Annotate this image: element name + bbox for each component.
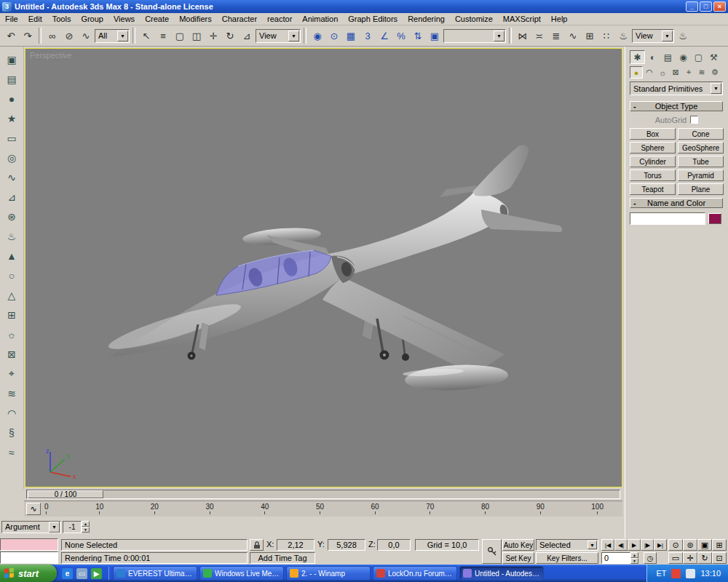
quick-render-icon[interactable]: ♨ <box>675 28 691 44</box>
task-everest[interactable]: EVEREST Ultimate Edi... <box>113 566 197 581</box>
object-type-button[interactable]: Plane <box>678 183 724 195</box>
spin-down-icon[interactable]: ▼ <box>630 558 638 564</box>
chevron-down-icon[interactable]: ▼ <box>494 31 505 41</box>
light-icon[interactable]: ☼ <box>2 324 21 344</box>
autogrid-checkbox[interactable] <box>690 116 698 124</box>
twist-modifier-icon[interactable]: § <box>2 423 21 442</box>
object-type-button[interactable]: Pyramid <box>678 170 724 181</box>
tab-modify-icon[interactable]: ◐ <box>645 50 660 64</box>
go-to-start-button[interactable]: |◀ <box>601 539 614 551</box>
reference-coordinate-dropdown[interactable]: View▼ <box>256 29 301 43</box>
edit-named-sets-icon[interactable]: ▣ <box>427 28 443 44</box>
object-color-swatch[interactable] <box>708 213 721 224</box>
noise-modifier-icon[interactable]: ≈ <box>2 442 21 462</box>
subtab-space-warps-icon[interactable]: ≋ <box>695 66 708 79</box>
play-button[interactable]: ▶ <box>628 539 641 551</box>
time-slider-handle[interactable]: 0 / 100 <box>28 490 103 498</box>
menu-item[interactable]: Graph Editors <box>343 14 403 24</box>
previous-frame-button[interactable]: ◀| <box>614 539 628 551</box>
menu-item[interactable]: Character <box>217 14 262 24</box>
object-type-button[interactable]: Tube <box>678 156 724 167</box>
auto-key-button[interactable]: Auto Key <box>502 539 534 551</box>
camera-icon[interactable]: ⊠ <box>2 344 21 364</box>
bend-modifier-icon[interactable]: ◠ <box>2 403 21 423</box>
go-to-end-button[interactable]: ▶| <box>654 539 667 551</box>
torus-primitive-icon[interactable]: ◎ <box>2 148 21 167</box>
task-messenger[interactable]: Windows Live Messen... <box>199 566 284 581</box>
spinner-snap-icon[interactable]: ⇅ <box>410 28 426 44</box>
set-keys-button[interactable] <box>482 539 502 564</box>
tab-create-icon[interactable]: ✱ <box>630 50 645 64</box>
keyboard-override-icon[interactable]: ▦ <box>343 28 359 44</box>
task-3dsmax[interactable]: Untitled - Autodesk 3... <box>459 566 544 581</box>
chevron-down-icon[interactable]: ▼ <box>49 522 60 533</box>
window-crossing-icon[interactable]: ◫ <box>189 28 205 44</box>
pan-icon[interactable]: ✛ <box>683 552 697 564</box>
maxscript-mini-listener[interactable] <box>0 551 58 564</box>
object-type-button[interactable]: Cone <box>678 128 724 140</box>
box-primitive-icon[interactable]: ▣ <box>2 49 21 69</box>
time-configuration-button[interactable]: ◷ <box>644 552 657 564</box>
material-editor-icon[interactable]: ∷ <box>598 28 614 44</box>
menu-item[interactable]: MAXScript <box>498 14 546 24</box>
current-time-field[interactable]: 0 ▲▼ <box>601 552 638 564</box>
key-filters-button[interactable]: Key Filters... <box>536 552 598 564</box>
object-type-button[interactable]: Sphere <box>630 142 676 154</box>
z-coordinate-field[interactable]: 0,0 <box>377 539 411 551</box>
menu-item[interactable]: File <box>0 14 23 24</box>
time-slider-track[interactable]: 0 / 100 <box>26 490 620 499</box>
spin-up-icon[interactable]: ▲ <box>630 552 638 558</box>
bolt-icon[interactable]: ⊿ <box>2 187 21 207</box>
zoom-extents-icon[interactable]: ▣ <box>697 539 712 551</box>
menu-item[interactable]: Customize <box>450 14 498 24</box>
mirror-icon[interactable]: ⋈ <box>515 28 531 44</box>
track-bar[interactable]: ∿ 0102030405060708090100 <box>24 501 622 517</box>
angle-snap-icon[interactable]: ∠ <box>376 28 392 44</box>
unlink-selection-icon[interactable]: ⊘ <box>61 28 77 44</box>
spline-icon[interactable]: ∿ <box>2 167 21 187</box>
add-time-tag[interactable]: Add Time Tag <box>250 552 315 564</box>
chevron-down-icon[interactable]: ▼ <box>117 31 128 41</box>
sphere-primitive-icon[interactable]: ● <box>2 89 21 108</box>
menu-item[interactable]: reactor <box>262 14 297 24</box>
selection-filter-dropdown[interactable]: All▼ <box>95 29 130 43</box>
render-scene-icon[interactable]: ♨ <box>615 28 631 44</box>
teapot-icon[interactable]: ♨ <box>2 226 21 246</box>
named-selection-sets-dropdown[interactable]: ▼ <box>443 29 506 43</box>
subtab-geometry-icon[interactable]: ● <box>630 66 643 79</box>
use-center-icon[interactable]: ◉ <box>309 28 325 44</box>
zoom-all-icon[interactable]: ⊚ <box>683 539 697 551</box>
menu-item[interactable]: Create <box>140 14 174 24</box>
menu-item[interactable]: Edit <box>23 14 47 24</box>
media-player-icon[interactable]: ▶ <box>91 568 102 579</box>
object-type-button[interactable]: Torus <box>630 170 676 181</box>
object-type-button[interactable]: Teapot <box>630 183 676 195</box>
menu-item[interactable]: Group <box>76 14 108 24</box>
layer-manager-icon[interactable]: ≣ <box>548 28 564 44</box>
selection-region-icon[interactable]: ▢ <box>172 28 188 44</box>
selection-lock-toggle[interactable] <box>250 539 264 551</box>
cone-primitive-icon[interactable]: ▲ <box>2 246 21 266</box>
bind-to-space-warp-icon[interactable]: ∿ <box>78 28 94 44</box>
set-key-mode-dropdown[interactable]: Selected▼ <box>536 539 598 551</box>
restore-button[interactable]: □ <box>700 1 712 12</box>
argument-spinner[interactable]: -1 ▲▼ <box>63 521 90 533</box>
render-type-dropdown[interactable]: View▼ <box>632 29 674 43</box>
window-titlebar[interactable]: 3 Untitled - Autodesk 3ds Max 8 - Stand-… <box>0 0 728 13</box>
zoom-extents-all-icon[interactable]: ⊞ <box>712 539 727 551</box>
tab-motion-icon[interactable]: ◉ <box>676 50 691 64</box>
maximize-viewport-icon[interactable]: ⊡ <box>712 552 727 564</box>
curve-editor-icon[interactable]: ∿ <box>565 28 581 44</box>
zoom-icon[interactable]: ⊙ <box>668 539 683 551</box>
object-type-button[interactable]: Box <box>630 128 676 140</box>
tray-app-icon[interactable] <box>671 569 681 578</box>
snap-toggle-3d-icon[interactable]: 3 <box>360 28 376 44</box>
tube-primitive-icon[interactable]: ○ <box>2 266 21 285</box>
tape-helper-icon[interactable]: ⌖ <box>2 364 21 383</box>
language-indicator[interactable]: ET <box>656 569 666 578</box>
internet-explorer-icon[interactable]: e <box>62 568 73 579</box>
chevron-down-icon[interactable]: ▼ <box>288 31 299 41</box>
gear-icon[interactable]: ⊛ <box>2 207 21 226</box>
subtab-systems-icon[interactable]: ⚙ <box>708 66 721 79</box>
undo-icon[interactable]: ↶ <box>3 28 19 44</box>
